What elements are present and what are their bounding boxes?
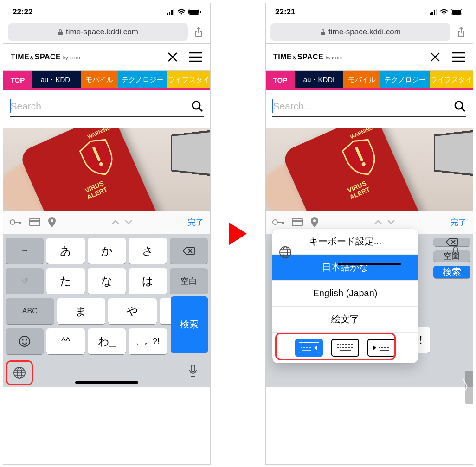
option-english-japan[interactable]: English (Japan) [272, 281, 418, 307]
keyboard-done-button[interactable]: 完了 [450, 217, 466, 228]
key-na[interactable]: な [88, 268, 126, 294]
option-emoji[interactable]: 絵文字 [272, 307, 418, 333]
status-bar: 22:22 [3, 3, 210, 21]
svg-rect-7 [30, 220, 40, 222]
site-header: TIME＆SPACE by KDDI [266, 43, 473, 71]
chevron-down-icon[interactable] [124, 219, 133, 225]
screenshot-left: 22:22 time-space.kddi.com TIME＆SPACE by … [3, 3, 211, 465]
svg-rect-1 [189, 10, 199, 14]
tab-au-kddi[interactable]: au・KDDI [295, 71, 343, 90]
globe-key-highlight [6, 360, 33, 385]
hero-image: WARNING VIRUS ALERT [3, 128, 210, 211]
tab-technology[interactable]: テクノロジー [380, 71, 430, 90]
svg-rect-17 [463, 11, 463, 13]
key-search[interactable]: 検索 [171, 296, 208, 353]
key-a[interactable]: あ [46, 238, 84, 264]
search-area [266, 90, 473, 126]
browser-url-bar: time-space.kddi.com [3, 21, 210, 43]
share-button[interactable] [454, 26, 468, 38]
wifi-icon [440, 9, 448, 15]
tab-top[interactable]: TOP [266, 71, 295, 90]
svg-point-9 [19, 336, 30, 346]
emoji-icon [19, 335, 31, 347]
location-pin-icon[interactable] [48, 217, 56, 227]
key-emoji[interactable] [6, 328, 44, 354]
tab-top[interactable]: TOP [3, 71, 32, 90]
key-ha[interactable]: は [129, 268, 167, 294]
key-undo[interactable]: ↺ [6, 268, 44, 294]
close-icon[interactable] [166, 50, 180, 64]
svg-point-8 [51, 219, 53, 222]
share-button[interactable] [192, 26, 206, 38]
keyboard: → あ か さ ↺ た な は 空白 ABC ま や ら 検索 [3, 234, 210, 387]
url-field[interactable]: time-space.kddi.com [8, 23, 188, 41]
svg-point-3 [193, 102, 200, 109]
password-key-icon[interactable] [10, 218, 22, 226]
site-header: TIME＆SPACE by KDDI [3, 43, 210, 71]
chevron-up-icon[interactable] [111, 219, 120, 225]
brand-logo[interactable]: TIME＆SPACE by KDDI [11, 53, 80, 61]
key-kaomoji[interactable]: ^^ [46, 328, 84, 354]
svg-point-11 [26, 339, 27, 340]
browser-url-bar: time-space.kddi.com [266, 21, 473, 43]
key-ma[interactable]: ま [57, 298, 106, 324]
svg-point-23 [313, 219, 316, 222]
hamburger-icon[interactable] [451, 50, 465, 64]
key-sa[interactable]: さ [129, 238, 167, 264]
site-nav-tabs: TOP au・KDDI モバイル テクノロジー ライフスタイ [266, 71, 473, 90]
delete-icon [183, 247, 195, 255]
key-ta[interactable]: た [46, 268, 84, 294]
keyboard-accessory-bar: 完了 [3, 211, 210, 234]
close-icon[interactable] [428, 50, 442, 64]
svg-point-10 [22, 339, 24, 340]
tab-mobile[interactable]: モバイル [343, 71, 380, 90]
tab-lifestyle[interactable]: ライフスタイ [430, 71, 473, 90]
signal-icon [430, 9, 437, 15]
svg-point-20 [273, 220, 277, 224]
key-delete[interactable] [170, 238, 208, 264]
wifi-icon [177, 9, 186, 15]
key-search[interactable]: 検索 [433, 266, 470, 278]
globe-icon[interactable] [278, 245, 292, 259]
chevron-up-icon[interactable] [374, 219, 382, 225]
card-icon[interactable] [292, 218, 303, 226]
card-icon[interactable] [29, 218, 40, 226]
status-time: 22:21 [275, 7, 295, 17]
layout-full[interactable] [331, 339, 359, 357]
layout-right-handed[interactable] [367, 339, 395, 357]
key-ka[interactable]: か [88, 238, 126, 264]
tab-au-kddi[interactable]: au・KDDI [32, 71, 81, 90]
layout-left-handed[interactable] [295, 339, 323, 357]
keyboard-done-button[interactable]: 完了 [188, 217, 204, 228]
chevron-down-icon[interactable] [387, 219, 395, 225]
location-pin-icon[interactable] [310, 217, 319, 227]
search-input[interactable] [273, 101, 454, 112]
key-ya[interactable]: や [108, 298, 157, 324]
key-next-candidate[interactable]: → [6, 238, 44, 264]
tab-mobile[interactable]: モバイル [81, 71, 118, 90]
key-space[interactable]: 空白 [170, 268, 208, 294]
tab-technology[interactable]: テクノロジー [118, 71, 167, 90]
mic-icon[interactable] [188, 365, 198, 377]
home-indicator[interactable] [75, 381, 138, 384]
hamburger-icon[interactable] [189, 50, 203, 64]
keyboard-layout-row [272, 333, 418, 363]
tab-lifestyle[interactable]: ライフスタイ [167, 71, 210, 90]
status-time: 22:22 [13, 7, 32, 17]
globe-icon[interactable] [13, 366, 26, 380]
key-wa[interactable]: わ_ [88, 328, 126, 354]
svg-rect-6 [30, 218, 40, 226]
mic-icon[interactable] [451, 246, 460, 259]
url-field[interactable]: time-space.kddi.com [270, 23, 450, 41]
carousel-next-icon[interactable]: 〉 [465, 371, 473, 404]
key-mode-abc[interactable]: ABC [6, 298, 54, 324]
svg-point-5 [10, 220, 15, 224]
home-indicator[interactable] [338, 263, 401, 265]
search-input[interactable] [11, 101, 191, 112]
password-key-icon[interactable] [272, 218, 284, 226]
search-icon[interactable] [453, 100, 466, 113]
brand-logo[interactable]: TIME＆SPACE by KDDI [273, 53, 343, 61]
search-icon[interactable] [191, 100, 204, 113]
svg-rect-22 [292, 220, 302, 222]
key-punct[interactable]: 、。?! [129, 328, 167, 354]
